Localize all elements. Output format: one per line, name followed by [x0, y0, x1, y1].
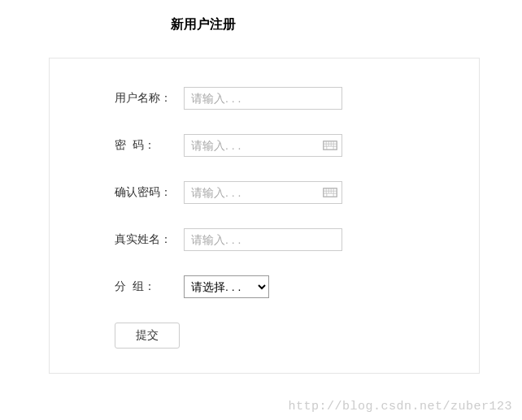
username-field[interactable] [184, 87, 342, 110]
svg-rect-3 [329, 142, 331, 144]
svg-rect-6 [324, 145, 326, 146]
svg-rect-12 [327, 147, 333, 149]
svg-rect-23 [332, 192, 333, 193]
svg-rect-1 [324, 142, 326, 144]
svg-rect-11 [324, 147, 327, 149]
svg-rect-13 [334, 147, 337, 149]
input-wrap-realname [184, 228, 342, 251]
svg-rect-7 [327, 145, 328, 146]
label-confirm: 确认密码： [115, 185, 184, 200]
row-submit: 提交 [115, 323, 446, 349]
row-confirm: 确认密码： [115, 181, 446, 204]
svg-rect-16 [327, 189, 328, 191]
confirm-password-field[interactable] [184, 181, 342, 204]
register-form: 用户名称： 密 码： 确认密码： [49, 58, 480, 374]
page-title: 新用户注册 [0, 0, 522, 41]
row-realname: 真实姓名： [115, 228, 446, 251]
row-password: 密 码： [115, 134, 446, 157]
svg-rect-24 [334, 192, 337, 193]
svg-rect-2 [327, 142, 328, 144]
svg-rect-21 [327, 192, 328, 193]
keyboard-icon [323, 141, 337, 150]
label-group: 分 组： [115, 279, 184, 294]
svg-rect-5 [334, 142, 337, 144]
svg-rect-26 [327, 194, 333, 197]
group-select[interactable]: 请选择. . . [184, 275, 269, 298]
svg-rect-8 [329, 145, 331, 146]
label-realname: 真实姓名： [115, 232, 184, 247]
svg-rect-9 [332, 145, 333, 146]
input-wrap-username [184, 87, 342, 110]
svg-rect-15 [324, 189, 326, 191]
svg-rect-18 [332, 189, 333, 191]
realname-field[interactable] [184, 228, 342, 251]
row-group: 分 组： 请选择. . . [115, 275, 446, 298]
label-username: 用户名称： [115, 91, 184, 106]
svg-rect-25 [324, 194, 327, 197]
label-password: 密 码： [115, 138, 184, 153]
input-wrap-confirm [184, 181, 342, 204]
keyboard-icon [323, 188, 337, 197]
watermark-text: http://blog.csdn.net/zuber123 [288, 400, 512, 414]
svg-rect-27 [334, 194, 337, 197]
submit-button[interactable]: 提交 [115, 323, 180, 349]
input-wrap-password [184, 134, 342, 157]
password-field[interactable] [184, 134, 342, 157]
svg-rect-22 [329, 192, 331, 193]
row-username: 用户名称： [115, 87, 446, 110]
svg-rect-4 [332, 142, 333, 144]
svg-rect-19 [334, 189, 337, 191]
svg-rect-10 [334, 145, 337, 146]
svg-rect-17 [329, 189, 331, 191]
svg-rect-20 [324, 192, 326, 193]
